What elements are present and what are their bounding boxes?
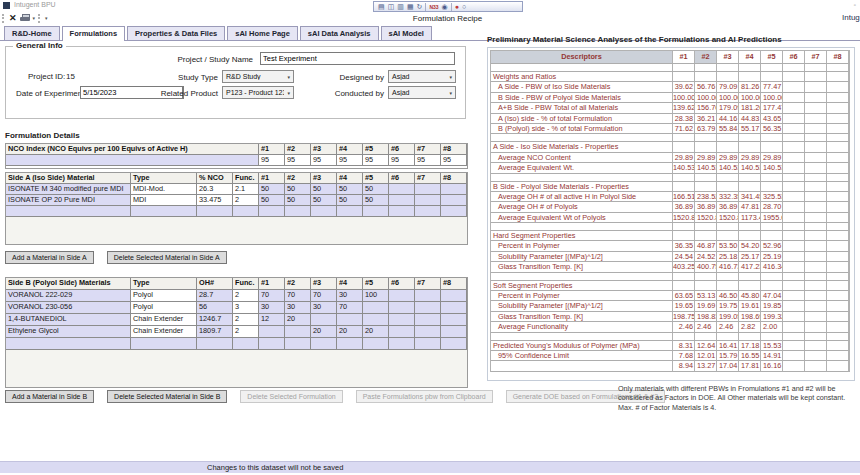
- grid-cell[interactable]: 30: [337, 290, 363, 302]
- grid-cell[interactable]: [233, 338, 259, 350]
- grid-cell[interactable]: 30: [311, 302, 337, 314]
- save-icon[interactable]: ▦: [407, 3, 414, 11]
- grid-cell[interactable]: [363, 338, 389, 350]
- grid-cell[interactable]: [415, 184, 441, 195]
- grid-cell[interactable]: MDI: [131, 195, 197, 206]
- form-design-icon[interactable]: ▤: [378, 3, 385, 11]
- grid-cell[interactable]: 95: [363, 155, 389, 166]
- grid-cell[interactable]: 50: [285, 195, 311, 206]
- grid-cell[interactable]: [441, 314, 467, 326]
- add-a-material-in-side-b-button[interactable]: Add a Material in Side B: [5, 390, 94, 403]
- grid-cell[interactable]: 50: [363, 184, 389, 195]
- grid-cell[interactable]: 2: [233, 290, 259, 302]
- grid-cell[interactable]: 28.7: [197, 290, 233, 302]
- grid-cell[interactable]: [337, 206, 363, 217]
- close-icon[interactable]: ✕: [9, 13, 17, 23]
- grid-cell[interactable]: [389, 195, 415, 206]
- grid-cell[interactable]: [363, 314, 389, 326]
- grid-cell[interactable]: 95: [389, 155, 415, 166]
- grid-cell[interactable]: [233, 206, 259, 217]
- grid-cell[interactable]: 95: [441, 155, 467, 166]
- grid-cell[interactable]: 1809.7: [197, 326, 233, 338]
- grid-cell[interactable]: [389, 314, 415, 326]
- grid-cell[interactable]: [415, 290, 441, 302]
- grid-cell[interactable]: MDI-Mod.: [131, 184, 197, 195]
- grid-cell[interactable]: 95: [259, 155, 285, 166]
- grid-cell[interactable]: 70: [285, 290, 311, 302]
- toolbar-grip[interactable]: [2, 14, 6, 23]
- grid-cell[interactable]: 2: [233, 326, 259, 338]
- grid-cell[interactable]: 30: [285, 302, 311, 314]
- grid-cell[interactable]: [6, 206, 131, 217]
- grid-cell[interactable]: 12: [259, 314, 285, 326]
- grid-cell[interactable]: [131, 338, 197, 350]
- grid-cell[interactable]: [389, 326, 415, 338]
- tab-properties-data-files[interactable]: Properties & Data Files: [127, 26, 225, 40]
- designed-by-select[interactable]: Asjad ▾: [388, 70, 456, 83]
- grid-cell[interactable]: [311, 314, 337, 326]
- refresh-icon[interactable]: ↻: [417, 3, 423, 11]
- grid-cell[interactable]: 70: [337, 302, 363, 314]
- grid-cell[interactable]: [441, 326, 467, 338]
- grid-cell[interactable]: [389, 184, 415, 195]
- grid-cell[interactable]: 20: [337, 326, 363, 338]
- print-icon[interactable]: [20, 14, 30, 22]
- grid-cell[interactable]: [259, 206, 285, 217]
- project-study-name-input[interactable]: [260, 52, 455, 65]
- grid-cell[interactable]: [441, 195, 467, 206]
- paste-icon[interactable]: ▥: [397, 3, 404, 11]
- grid-cell[interactable]: 70: [259, 290, 285, 302]
- grid-cell[interactable]: [441, 338, 467, 350]
- toolbar-overflow-icon[interactable]: ▫: [854, 2, 856, 8]
- grid-cell[interactable]: [337, 338, 363, 350]
- grid-cell[interactable]: 2: [233, 314, 259, 326]
- font-size-icon[interactable]: N33: [429, 3, 438, 11]
- grid-cell[interactable]: 20: [311, 326, 337, 338]
- grid-cell[interactable]: ISONATE M 340 modified pure MDI: [6, 184, 131, 195]
- export-icon[interactable]: ◫: [388, 3, 395, 11]
- grid-cell[interactable]: Chain Extender: [131, 314, 197, 326]
- related-product-select[interactable]: P123 - Product 123 ▾: [222, 86, 294, 99]
- grid-cell[interactable]: [389, 206, 415, 217]
- grid-cell[interactable]: [259, 338, 285, 350]
- grid-cell[interactable]: [441, 184, 467, 195]
- grid-cell[interactable]: VORANOL 230-056: [6, 302, 131, 314]
- grid-cell[interactable]: [415, 195, 441, 206]
- search-icon[interactable]: ○: [462, 3, 466, 11]
- grid-cell[interactable]: Chain Extender: [131, 326, 197, 338]
- grid-cell[interactable]: [415, 302, 441, 314]
- grid-cell[interactable]: 95: [285, 155, 311, 166]
- grid-cell[interactable]: [6, 338, 131, 350]
- grid-cell[interactable]: [311, 206, 337, 217]
- help-icon[interactable]: ◉: [442, 3, 448, 11]
- grid-cell[interactable]: [363, 206, 389, 217]
- grid-cell[interactable]: [441, 302, 467, 314]
- grid-cell[interactable]: 2: [233, 195, 259, 206]
- grid-cell[interactable]: [337, 314, 363, 326]
- grid-cell[interactable]: [285, 206, 311, 217]
- conducted-by-select[interactable]: Asjad ▾: [388, 86, 456, 99]
- grid-cell[interactable]: [285, 338, 311, 350]
- grid-cell[interactable]: 50: [285, 184, 311, 195]
- grid-cell[interactable]: [131, 206, 197, 217]
- tab-r-d-home[interactable]: R&D-Home: [4, 26, 60, 40]
- grid-cell[interactable]: 100: [363, 290, 389, 302]
- grid-cell[interactable]: 95: [311, 155, 337, 166]
- grid-cell[interactable]: 50: [311, 195, 337, 206]
- grid-cell[interactable]: 50: [259, 195, 285, 206]
- tab-sai-model[interactable]: sAI Model: [381, 26, 432, 40]
- grid-cell[interactable]: [441, 206, 467, 217]
- grid-cell[interactable]: [389, 302, 415, 314]
- tab-sai-home-page[interactable]: sAI Home Page: [227, 26, 298, 40]
- grid-cell[interactable]: 2.1: [233, 184, 259, 195]
- grid-cell[interactable]: 3: [233, 302, 259, 314]
- grid-cell[interactable]: 1,4-BUTANEDIOL: [6, 314, 131, 326]
- grid-cell[interactable]: 50: [363, 195, 389, 206]
- grid-cell[interactable]: 33.475: [197, 195, 233, 206]
- tab-sai-data-analysis[interactable]: sAI Data Analysis: [300, 26, 379, 40]
- record-icon[interactable]: ●: [455, 3, 459, 11]
- grid-cell[interactable]: 1246.7: [197, 314, 233, 326]
- grid-cell[interactable]: [285, 326, 311, 338]
- grid-cell[interactable]: ISONATE OP 20 Pure MDI: [6, 195, 131, 206]
- grid-cell[interactable]: [415, 338, 441, 350]
